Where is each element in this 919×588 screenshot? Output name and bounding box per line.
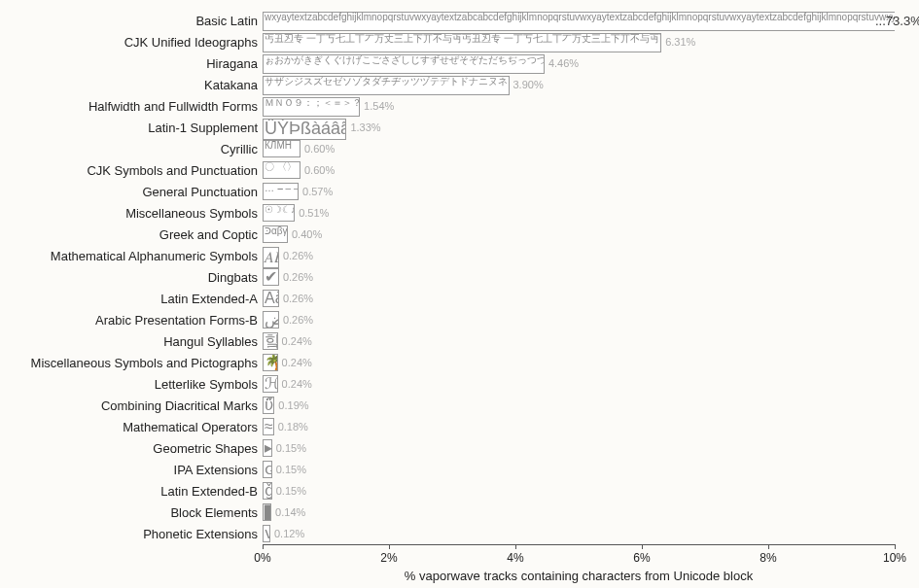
- category-label: Combining Diacritical Marks: [101, 398, 258, 413]
- bar: ÜÝÞßàáâãäå: [263, 119, 346, 140]
- bar: ɢ: [263, 461, 272, 478]
- bar-value-label: 0.26%: [283, 271, 313, 283]
- bar-value-label: 0.40%: [292, 228, 322, 240]
- category-label: Latin-1 Supplement: [148, 121, 258, 135]
- category-label: Block Elements: [170, 505, 258, 520]
- category-label: Phonetic Extensions: [143, 527, 258, 541]
- x-tick-label: 2%: [380, 551, 397, 565]
- bar: КЛМН: [263, 140, 300, 157]
- bar-value-label: 0.24%: [282, 357, 312, 368]
- bar: Āā: [263, 290, 279, 307]
- bar: ǧ: [263, 482, 272, 500]
- bar: ﺽ: [263, 311, 279, 329]
- bar-value-label: 0.26%: [283, 314, 313, 326]
- category-label: CJK Unified Ideographs: [124, 35, 258, 50]
- category-label: Miscellaneous Symbols: [125, 206, 258, 221]
- category-label: Latin Extended-B: [160, 484, 258, 499]
- bar-value-label: 0.18%: [278, 421, 308, 432]
- category-label: CJK Symbols and Punctuation: [87, 163, 258, 178]
- x-tick: [642, 544, 643, 549]
- category-label: Miscellaneous Symbols and Pictographs: [31, 356, 258, 370]
- bar-value-label: 0.19%: [278, 399, 308, 411]
- bar: 힠킵: [263, 332, 278, 350]
- bar: ＭＮＯ９：；＜＝＞？＠ＡＢＣＤＥＦＧＨＩＪＫＬＭＮＯ ｇｈｉＳＴＵＶＷＸＹＺ［＼…: [263, 97, 360, 117]
- bar-value-label: 0.15%: [276, 464, 306, 475]
- x-tick-label: 10%: [883, 551, 906, 565]
- bar: ▸: [263, 439, 272, 457]
- x-tick-label: 8%: [760, 551, 776, 565]
- x-axis-label: % vaporwave tracks containing characters…: [263, 569, 895, 583]
- category-label: Arabic Presentation Forms-B: [95, 313, 258, 328]
- x-tick: [263, 544, 264, 549]
- bar: 🌴🌊: [263, 354, 278, 371]
- category-label: Geometric Shapes: [153, 441, 258, 456]
- bar-value-label: 0.57%: [302, 186, 333, 197]
- bar: ῢ᷇: [263, 397, 274, 414]
- bar-value-label: 0.15%: [276, 485, 306, 497]
- bar-value-label: 0.60%: [304, 164, 335, 176]
- category-label: Mathematical Operators: [123, 420, 258, 434]
- x-axis: [263, 544, 895, 545]
- x-tick-label: 6%: [633, 551, 650, 565]
- x-tick: [768, 544, 769, 549]
- bar-value-label: 0.26%: [283, 293, 313, 304]
- category-label: Basic Latin: [195, 14, 258, 28]
- bar: ✔✓: [263, 268, 279, 286]
- bar-value-label: 0.51%: [299, 207, 329, 219]
- category-label: Latin Extended-A: [160, 292, 258, 306]
- category-label: Katakana: [204, 78, 258, 92]
- bar-value-label: 0.26%: [283, 250, 313, 261]
- bar: ℋ: [263, 375, 278, 393]
- category-label: Mathematical Alphanumeric Symbols: [51, 249, 258, 263]
- unicode-block-bar-chart: Basic Latinwxyaytextzabcdefghijklmnopqrs…: [0, 0, 919, 588]
- bar: wxyaytextzabcdefghijklmnopqrstuvwxyaytex…: [263, 12, 895, 31]
- bar-value-label: ...73.3%: [875, 14, 919, 28]
- x-tick: [389, 544, 390, 549]
- bar-value-label: 1.54%: [364, 100, 394, 112]
- bar: 〇 〈〉 《》 ～: [263, 161, 300, 179]
- category-label: Hangul Syllables: [163, 334, 258, 349]
- bar: ▇: [263, 503, 271, 521]
- bar-value-label: 0.24%: [282, 335, 312, 347]
- bar-value-label: 0.60%: [304, 143, 335, 155]
- bar-value-label: 1.33%: [350, 121, 380, 133]
- category-label: Dingbats: [208, 270, 258, 285]
- x-tick: [515, 544, 516, 549]
- bar-value-label: 0.14%: [275, 506, 305, 518]
- bar: ☉☽☾♪: [263, 204, 295, 222]
- category-label: Cyrillic: [221, 142, 258, 156]
- bar: ᴠ: [263, 525, 270, 542]
- bar-value-label: 3.90%: [513, 79, 544, 90]
- x-tick: [895, 544, 896, 549]
- bar: Ͽαβγδε ΜϻσϽϾ: [263, 225, 288, 243]
- bar-value-label: 6.31%: [665, 36, 695, 48]
- category-label: Halfwidth and Fullwidth Forms: [88, 99, 258, 114]
- x-tick-label: 0%: [254, 551, 270, 565]
- bar: ぉおかがきぎくぐけげこごさざしじすずせぜそぞただちぢっつづ のはばぱひびぴふぶぷ…: [263, 54, 545, 74]
- bar: ≈: [263, 418, 274, 435]
- bar-value-label: 0.15%: [276, 442, 306, 454]
- x-tick-label: 4%: [507, 551, 523, 565]
- bar: 丐丑丒专 一丁丂七丄丅丆万丈三上下丌不与丏丐丑丒专 一丁丂七丄丅丆万丈三上下丌不…: [263, 33, 661, 52]
- category-label: IPA Extensions: [174, 463, 258, 477]
- category-label: General Punctuation: [142, 185, 258, 199]
- bar-value-label: 0.12%: [274, 528, 304, 539]
- bar: … ‒ – —: [263, 183, 299, 200]
- bar-value-label: 4.46%: [548, 57, 579, 69]
- category-label: Greek and Coptic: [159, 227, 258, 242]
- bar-value-label: 0.24%: [282, 378, 312, 390]
- bar: サザシジスズセゼソゾタダチヂッツヅテデトドナニヌネノハバパ ホボポマミムメモャヤ…: [263, 76, 510, 95]
- category-label: Letterlike Symbols: [155, 377, 258, 392]
- category-label: Hiragana: [206, 56, 258, 71]
- bar: 𝐴𝐵: [263, 247, 279, 268]
